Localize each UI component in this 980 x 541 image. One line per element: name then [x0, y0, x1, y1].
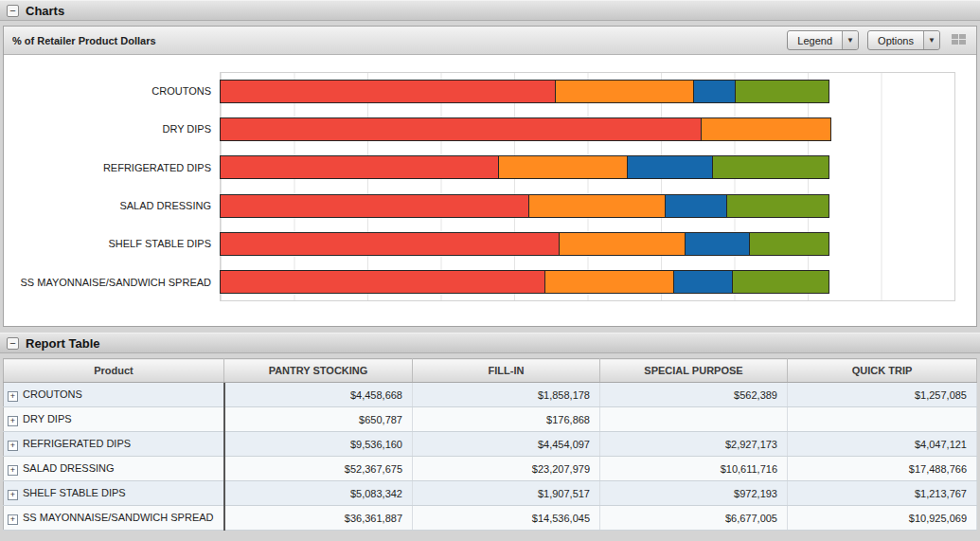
chart-grid-toggle-icon[interactable]: [952, 34, 968, 46]
category-label: DRY DIPS: [4, 123, 220, 135]
category-label: SHELF STABLE DIPS: [4, 238, 220, 249]
bar-segment-fill-in[interactable]: [559, 232, 686, 256]
product-cell: +SALAD DRESSING: [4, 457, 224, 481]
product-name: SHELF STABLE DIPS: [23, 487, 126, 498]
chart-row: SS MAYONNAISE/SANDWICH SPREAD: [4, 270, 955, 294]
value-cell: $52,367,675: [224, 457, 413, 481]
bar-segment-fill-in[interactable]: [528, 194, 666, 218]
chart-row: SHELF STABLE DIPS: [4, 232, 955, 256]
value-cell: $176,868: [413, 407, 600, 432]
bar-segment-pantry-stocking[interactable]: [220, 194, 529, 218]
expand-row-button[interactable]: +: [8, 465, 18, 476]
expand-row-button[interactable]: +: [8, 441, 18, 451]
value-cell: $9,536,160: [224, 432, 413, 457]
bar-segment-fill-in[interactable]: [544, 270, 674, 294]
expand-row-button[interactable]: +: [8, 416, 18, 426]
table-row: +CROUTONS$4,458,668$1,858,178$562,389$1,…: [4, 383, 977, 407]
bar-segment-fill-in[interactable]: [555, 80, 695, 103]
value-cell: [788, 407, 977, 432]
legend-dropdown-button[interactable]: Legend ▼: [787, 30, 859, 50]
product-cell: +REFRIGERATED DIPS: [4, 432, 224, 457]
table-row: +SALAD DRESSING$52,367,675$23,207,979$10…: [4, 457, 977, 481]
bar-segment-special-purpose[interactable]: [693, 80, 736, 103]
chart-panel-header: % of Retailer Product Dollars Legend ▼ O…: [4, 27, 976, 55]
value-cell: $650,787: [224, 407, 413, 432]
bar-segment-quick-trip[interactable]: [732, 270, 829, 294]
category-label: CROUTONS: [4, 85, 220, 97]
table-row: +SHELF STABLE DIPS$5,083,342$1,907,517$9…: [4, 481, 977, 506]
bar-track: [220, 270, 955, 294]
category-label: SS MAYONNAISE/SANDWICH SPREAD: [4, 277, 220, 288]
table-row: +DRY DIPS$650,787$176,868: [4, 407, 977, 432]
bar-segment-fill-in[interactable]: [701, 117, 832, 141]
chart-row: DRY DIPS: [4, 117, 955, 141]
value-cell: $1,257,085: [788, 383, 977, 407]
bar-segment-quick-trip[interactable]: [726, 194, 829, 218]
value-cell: $17,488,766: [788, 457, 977, 481]
chevron-down-icon[interactable]: ▼: [842, 31, 858, 49]
product-cell: +SHELF STABLE DIPS: [4, 481, 224, 506]
column-header-quick-trip[interactable]: QUICK TRIP: [788, 359, 977, 383]
stacked-bar-chart: CROUTONSDRY DIPSREFRIGERATED DIPSSALAD D…: [4, 55, 976, 326]
report-table-section-title: Report Table: [26, 336, 100, 351]
value-cell: $972,193: [600, 481, 788, 506]
product-name: REFRIGERATED DIPS: [23, 438, 131, 449]
product-cell: +SS MAYONNAISE/SANDWICH SPREAD: [4, 506, 224, 531]
table-header-row: ProductPANTRY STOCKINGFILL-INSPECIAL PUR…: [4, 359, 977, 383]
charts-section-header: − Charts: [0, 0, 980, 21]
expand-row-button[interactable]: +: [8, 391, 18, 402]
bar-segment-pantry-stocking[interactable]: [220, 270, 545, 294]
chart-row: CROUTONS: [4, 80, 955, 103]
expand-row-button[interactable]: +: [8, 490, 18, 500]
bar-segment-quick-trip[interactable]: [712, 155, 830, 179]
column-header-fill-in[interactable]: FILL-IN: [413, 359, 600, 383]
bar-segment-quick-trip[interactable]: [749, 232, 829, 256]
chart-row: REFRIGERATED DIPS: [4, 155, 955, 179]
bar-segment-pantry-stocking[interactable]: [220, 80, 556, 103]
value-cell: [600, 407, 788, 432]
value-cell: $4,047,121: [788, 432, 977, 457]
bar-track: [220, 155, 955, 179]
value-cell: $10,611,716: [600, 457, 788, 481]
options-dropdown-button[interactable]: Options ▼: [867, 30, 940, 50]
chart-title: % of Retailer Product Dollars: [12, 35, 156, 46]
bar-segment-special-purpose[interactable]: [627, 155, 713, 179]
bar-track: [220, 117, 955, 141]
report-table-section: − Report Table ProductPANTRY STOCKINGFIL…: [0, 333, 980, 531]
expand-row-button[interactable]: +: [8, 514, 18, 525]
bar-segment-pantry-stocking[interactable]: [220, 232, 560, 256]
options-dropdown-label: Options: [868, 31, 923, 49]
table-row: +REFRIGERATED DIPS$9,536,160$4,454,097$2…: [4, 432, 977, 457]
bar-segment-quick-trip[interactable]: [735, 80, 829, 103]
bar-segment-pantry-stocking[interactable]: [220, 155, 499, 179]
bar-track: [220, 232, 955, 256]
bar-segment-special-purpose[interactable]: [685, 232, 750, 256]
column-header-pantry-stocking[interactable]: PANTRY STOCKING: [224, 359, 413, 383]
value-cell: $14,536,045: [413, 506, 600, 531]
column-header-special-purpose[interactable]: SPECIAL PURPOSE: [600, 359, 788, 383]
chevron-down-icon[interactable]: ▼: [923, 31, 939, 49]
value-cell: $4,458,668: [224, 383, 413, 407]
frozen-column-divider: [223, 383, 225, 531]
bar-segment-pantry-stocking[interactable]: [220, 117, 702, 141]
table-row: +SS MAYONNAISE/SANDWICH SPREAD$36,361,88…: [4, 506, 977, 531]
charts-section-title: Charts: [26, 4, 64, 18]
product-name: SALAD DRESSING: [23, 462, 115, 474]
product-name: SS MAYONNAISE/SANDWICH SPREAD: [23, 512, 214, 523]
bar-segment-fill-in[interactable]: [498, 155, 628, 179]
column-header-product[interactable]: Product: [4, 359, 224, 383]
product-name: CROUTONS: [23, 388, 82, 400]
value-cell: $10,925,069: [788, 506, 977, 531]
chart-rows: CROUTONSDRY DIPSREFRIGERATED DIPSSALAD D…: [4, 72, 955, 301]
report-table-section-header: − Report Table: [0, 333, 980, 353]
category-label: SALAD DRESSING: [4, 200, 220, 211]
bar-segment-special-purpose[interactable]: [665, 194, 727, 218]
legend-dropdown-label: Legend: [788, 31, 842, 49]
collapse-charts-button[interactable]: −: [7, 5, 19, 17]
report-page: − Charts % of Retailer Product Dollars L…: [0, 0, 980, 541]
product-cell: +CROUTONS: [4, 383, 224, 407]
collapse-table-button[interactable]: −: [7, 337, 19, 350]
category-label: REFRIGERATED DIPS: [4, 162, 220, 173]
value-cell: $23,207,979: [413, 457, 600, 481]
bar-segment-special-purpose[interactable]: [673, 270, 733, 294]
